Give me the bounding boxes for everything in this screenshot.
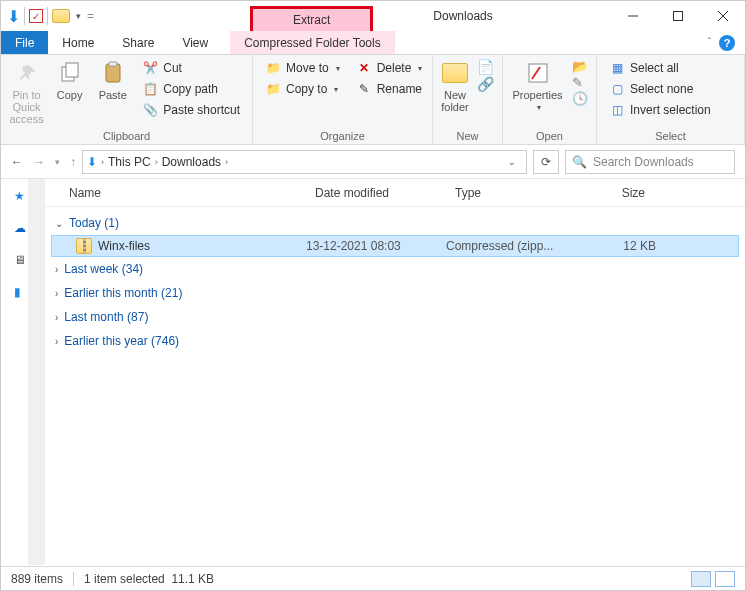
group-today[interactable]: ⌄Today (1) <box>45 211 745 235</box>
help-icon[interactable]: ? <box>719 35 735 51</box>
quick-access-toolbar: ⬇ ✓ ▾ = <box>1 1 100 31</box>
column-type[interactable]: Type <box>445 186 565 200</box>
copy-path-button[interactable]: 📋Copy path <box>138 80 244 98</box>
large-icons-view-button[interactable] <box>715 571 735 587</box>
column-headers[interactable]: Name Date modified Type Size <box>45 179 745 207</box>
back-button[interactable]: ← <box>11 155 23 169</box>
svg-rect-1 <box>673 12 682 21</box>
recent-locations-button[interactable]: ▾ <box>55 157 60 167</box>
ribbon-tabs: File Home Share View Compressed Folder T… <box>1 31 745 55</box>
shortcut-icon: 📎 <box>142 102 158 118</box>
collapse-ribbon-icon[interactable]: ˆ <box>708 37 711 48</box>
svg-rect-6 <box>106 64 120 82</box>
group-last-month[interactable]: ›Last month (87) <box>45 305 745 329</box>
column-size[interactable]: Size <box>565 186 655 200</box>
navigation-bar: ← → ▾ ↑ ⬇ › This PC› Downloads› ⌄ ⟳ 🔍 Se… <box>1 145 745 179</box>
column-name[interactable]: Name <box>45 186 305 200</box>
select-all-button[interactable]: ▦Select all <box>605 59 715 77</box>
navigation-pane[interactable]: ★ ☁ 🖥 ▮ <box>1 179 45 565</box>
chevron-right-icon: › <box>55 336 58 347</box>
refresh-button[interactable]: ⟳ <box>533 150 559 174</box>
title-bar: ⬇ ✓ ▾ = Extract Downloads <box>1 1 745 31</box>
details-view-button[interactable] <box>691 571 711 587</box>
edit-icon[interactable]: ✎ <box>572 75 588 90</box>
invert-selection-button[interactable]: ◫Invert selection <box>605 101 715 119</box>
paste-icon <box>99 59 127 87</box>
minimize-button[interactable] <box>610 1 655 31</box>
easy-access-icon[interactable]: 🔗 <box>477 76 494 92</box>
pin-to-quick-access-button[interactable]: Pin to Quick access <box>9 59 44 125</box>
chevron-right-icon: › <box>55 264 58 275</box>
chevron-down-icon: ⌄ <box>55 218 63 229</box>
forward-button[interactable]: → <box>33 155 45 169</box>
tab-share[interactable]: Share <box>108 31 168 54</box>
properties-button[interactable]: Properties ▾ <box>512 59 564 112</box>
move-to-icon: 📁 <box>265 60 281 76</box>
svg-rect-5 <box>66 63 78 77</box>
status-bar: 889 items 1 item selected 11.1 KB <box>1 566 745 590</box>
file-list: Name Date modified Type Size ⌄Today (1) … <box>45 179 745 565</box>
new-item-icon[interactable]: 📄 <box>477 59 494 75</box>
chevron-right-icon: › <box>55 288 58 299</box>
copy-button[interactable]: Copy <box>52 59 87 101</box>
status-item-count: 889 items <box>11 572 63 586</box>
copy-path-icon: 📋 <box>142 81 158 97</box>
paste-button[interactable]: Paste <box>95 59 130 101</box>
rename-button[interactable]: ✎Rename <box>352 80 427 98</box>
history-icon[interactable]: 🕓 <box>572 91 588 106</box>
zip-icon <box>76 238 92 254</box>
up-button[interactable]: ↑ <box>70 155 76 169</box>
delete-icon: ✕ <box>356 60 372 76</box>
close-button[interactable] <box>700 1 745 31</box>
copy-icon <box>56 59 84 87</box>
breadcrumb-this-pc[interactable]: This PC› <box>108 155 158 169</box>
svg-rect-7 <box>109 62 117 66</box>
column-date[interactable]: Date modified <box>305 186 445 200</box>
tab-file[interactable]: File <box>1 31 48 54</box>
properties-icon <box>524 59 552 87</box>
tab-view[interactable]: View <box>168 31 222 54</box>
group-last-week[interactable]: ›Last week (34) <box>45 257 745 281</box>
delete-button[interactable]: ✕Delete▾ <box>352 59 427 77</box>
rename-icon: ✎ <box>356 81 372 97</box>
sidebar-scrollbar[interactable] <box>28 179 44 565</box>
scissors-icon: ✂️ <box>142 60 158 76</box>
copy-to-button[interactable]: 📁Copy to▾ <box>261 80 344 98</box>
context-label: Compressed Folder Tools <box>230 31 395 54</box>
checkbox-icon[interactable]: ✓ <box>29 9 43 23</box>
address-dropdown-icon[interactable]: ⌄ <box>502 157 522 167</box>
status-selected: 1 item selected 11.1 KB <box>84 572 214 586</box>
breadcrumb-downloads[interactable]: Downloads› <box>162 155 228 169</box>
move-to-button[interactable]: 📁Move to▾ <box>261 59 344 77</box>
new-folder-icon <box>441 59 469 87</box>
pin-icon <box>13 59 41 87</box>
copy-to-icon: 📁 <box>265 81 281 97</box>
down-arrow-icon: ⬇ <box>87 155 97 169</box>
select-none-icon: ▢ <box>609 81 625 97</box>
tab-home[interactable]: Home <box>48 31 108 54</box>
group-earlier-year[interactable]: ›Earlier this year (746) <box>45 329 745 353</box>
cut-button[interactable]: ✂️Cut <box>138 59 244 77</box>
open-icon[interactable]: 📂 <box>572 59 588 74</box>
down-arrow-icon[interactable]: ⬇ <box>7 7 20 26</box>
ribbon: Pin to Quick access Copy Paste ✂️Cut 📋Co… <box>1 55 745 145</box>
select-none-button[interactable]: ▢Select none <box>605 80 715 98</box>
content-area: ★ ☁ 🖥 ▮ Name Date modified Type Size ⌄To… <box>1 179 745 565</box>
svg-rect-8 <box>529 64 547 82</box>
address-bar[interactable]: ⬇ › This PC› Downloads› ⌄ <box>82 150 527 174</box>
paste-shortcut-button[interactable]: 📎Paste shortcut <box>138 101 244 119</box>
group-earlier-month[interactable]: ›Earlier this month (21) <box>45 281 745 305</box>
select-all-icon: ▦ <box>609 60 625 76</box>
window-title: Downloads <box>433 1 492 31</box>
file-row-winx-files[interactable]: Winx-files 13-12-2021 08:03 Compressed (… <box>51 235 739 257</box>
chevron-right-icon: › <box>55 312 58 323</box>
search-icon: 🔍 <box>572 155 587 169</box>
folder-icon <box>52 9 70 23</box>
search-box[interactable]: 🔍 Search Downloads <box>565 150 735 174</box>
invert-selection-icon: ◫ <box>609 102 625 118</box>
context-tab-extract[interactable]: Extract <box>250 6 373 31</box>
qat-dropdown-icon[interactable]: ▾ <box>76 11 81 21</box>
maximize-button[interactable] <box>655 1 700 31</box>
new-folder-button[interactable]: New folder <box>441 59 469 113</box>
